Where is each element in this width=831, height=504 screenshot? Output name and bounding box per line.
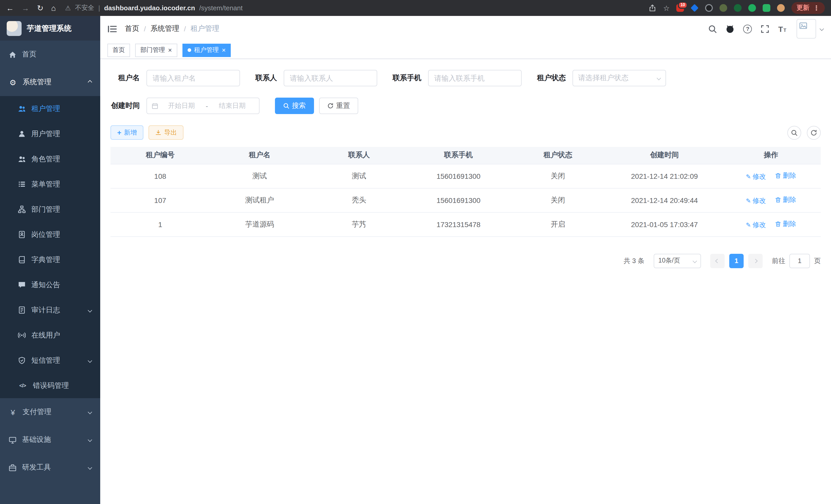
page-size-select[interactable]: 10条/页 — [654, 254, 701, 268]
sidebar-item-role[interactable]: 角色管理 — [0, 146, 100, 172]
table-row: 108 测试 测试 15601691300 关闭 2021-12-14 21:0… — [111, 164, 821, 188]
browser-home-icon[interactable]: ⌂ — [51, 4, 56, 12]
sidebar-item-infra[interactable]: 基础设施 — [0, 426, 100, 454]
extension-icon-1[interactable]: 10 — [676, 4, 684, 12]
pencil-icon: ✎ — [746, 173, 751, 180]
sidebar-item-notice[interactable]: 通知公告 — [0, 272, 100, 297]
show-search-button[interactable] — [787, 126, 801, 140]
extension-icon-7[interactable] — [763, 4, 770, 12]
tab-dept[interactable]: 部门管理 × — [135, 43, 177, 57]
extension-badge: 10 — [678, 2, 688, 9]
edit-link[interactable]: ✎修改 — [746, 172, 766, 181]
sidebar-item-sms[interactable]: 短信管理 — [0, 348, 100, 373]
delete-link[interactable]: 删除 — [775, 171, 796, 180]
search-icon[interactable] — [709, 24, 717, 33]
help-icon[interactable]: ? — [743, 24, 752, 33]
prev-page-button[interactable] — [710, 254, 725, 268]
sidebar-item-payment[interactable]: ¥ 支付管理 — [0, 398, 100, 426]
share-icon[interactable] — [649, 4, 657, 12]
sidebar-item-label: 首页 — [22, 50, 36, 59]
sidebar-item-system[interactable]: ⚙ 系统管理 — [0, 68, 100, 96]
browser-update-button[interactable]: 更新 ⋮ — [792, 2, 825, 14]
breadcrumb: 首页 / 系统管理 / 租户管理 — [125, 24, 220, 33]
refresh-icon — [810, 129, 817, 136]
user-menu[interactable] — [797, 19, 823, 38]
toolbar-right — [787, 126, 821, 140]
url-divider: | — [98, 4, 100, 11]
close-icon[interactable]: × — [222, 47, 226, 53]
filter-phone: 联系手机 — [393, 70, 522, 86]
avatar[interactable] — [797, 19, 816, 38]
filter-create-time: 创建时间 开始日期 - 结束日期 — [111, 98, 260, 114]
date-range-picker[interactable]: 开始日期 - 结束日期 — [146, 98, 260, 114]
export-button[interactable]: 导出 — [148, 125, 183, 140]
extension-icon-2[interactable] — [690, 4, 698, 12]
sidebar-item-tenant[interactable]: 租户管理 — [0, 96, 100, 121]
breadcrumb-home[interactable]: 首页 — [125, 24, 139, 33]
sidebar-item-audit-log[interactable]: 审计日志 — [0, 297, 100, 323]
sidebar-item-post[interactable]: 岗位管理 — [0, 222, 100, 247]
active-tab-dot — [187, 48, 191, 52]
page-number-1[interactable]: 1 — [729, 254, 744, 268]
tenant-name-label: 租户名 — [111, 73, 140, 83]
breadcrumb-separator: / — [144, 25, 146, 33]
sidebar-item-dept[interactable]: 部门管理 — [0, 197, 100, 222]
sidebar-item-label: 角色管理 — [31, 154, 60, 164]
back-icon[interactable]: ← — [6, 4, 14, 12]
close-icon[interactable]: × — [168, 47, 172, 53]
browser-menu-icon[interactable]: ⋮ — [813, 4, 820, 12]
url-path: /system/tenant — [199, 4, 242, 12]
github-icon[interactable] — [726, 24, 735, 33]
sidebar-item-label: 字典管理 — [31, 255, 60, 264]
edit-link[interactable]: ✎修改 — [746, 220, 766, 229]
app-logo-image — [7, 21, 22, 36]
goto-page-input[interactable] — [790, 254, 810, 268]
extension-icon-4[interactable] — [719, 4, 727, 12]
refresh-table-button[interactable] — [807, 126, 821, 140]
sidebar-item-error-code[interactable]: </> 错误码管理 — [0, 373, 100, 398]
extension-icon-6[interactable] — [748, 4, 756, 12]
sidebar-item-label: 错误码管理 — [33, 381, 69, 390]
tenants-icon — [18, 105, 26, 113]
profile-avatar-icon[interactable] — [777, 4, 785, 12]
search-button[interactable]: 搜索 — [275, 98, 314, 114]
sidebar-item-user[interactable]: 用户管理 — [0, 121, 100, 146]
table-toolbar: + 新增 导出 — [111, 125, 821, 140]
app: 芋道管理系统 首页 ⚙ 系统管理 租户管理 用户管理 — [0, 16, 831, 504]
reset-button[interactable]: 重置 — [319, 98, 358, 114]
phone-input[interactable] — [428, 70, 522, 86]
cell-tenant-id: 1 — [111, 212, 210, 236]
address-bar[interactable]: ⚠ 不安全 | dashboard.yudao.iocoder.cn/syste… — [65, 4, 242, 12]
sidebar-item-devtools[interactable]: 研发工具 — [0, 454, 100, 481]
sidebar-item-dict[interactable]: 字典管理 — [0, 247, 100, 272]
reload-icon[interactable]: ↻ — [37, 4, 44, 12]
sidebar-item-online-user[interactable]: 在线用户 — [0, 323, 100, 348]
status-select[interactable]: 请选择租户状态 — [573, 70, 666, 86]
extension-icon-5[interactable] — [734, 4, 742, 12]
filter-contact: 联系人 — [255, 70, 377, 86]
col-tenant-id: 租户编号 — [111, 147, 210, 164]
log-icon — [18, 306, 26, 314]
search-icon — [283, 103, 289, 109]
forward-icon[interactable]: → — [22, 4, 29, 12]
next-page-button[interactable] — [748, 254, 763, 268]
delete-link[interactable]: 删除 — [775, 195, 796, 204]
tab-tenant[interactable]: 租户管理 × — [182, 43, 231, 57]
sidebar-item-home[interactable]: 首页 — [0, 40, 100, 68]
sidebar-toggle[interactable] — [108, 25, 117, 33]
cell-status: 关闭 — [508, 188, 608, 212]
font-size-icon[interactable]: TT — [778, 24, 786, 33]
contact-input[interactable] — [284, 70, 377, 86]
delete-link[interactable]: 删除 — [775, 219, 796, 228]
tab-home[interactable]: 首页 — [107, 43, 130, 57]
bookmark-star-icon[interactable]: ☆ — [663, 4, 670, 11]
add-button[interactable]: + 新增 — [111, 125, 143, 140]
tenant-name-input[interactable] — [146, 70, 240, 86]
extension-icon-3[interactable] — [705, 4, 713, 12]
list-icon — [18, 180, 26, 188]
create-time-label: 创建时间 — [111, 101, 140, 111]
edit-link[interactable]: ✎修改 — [746, 196, 766, 205]
fullscreen-icon[interactable] — [761, 24, 770, 33]
breadcrumb-system[interactable]: 系统管理 — [150, 24, 179, 33]
sidebar-item-menu[interactable]: 菜单管理 — [0, 172, 100, 197]
